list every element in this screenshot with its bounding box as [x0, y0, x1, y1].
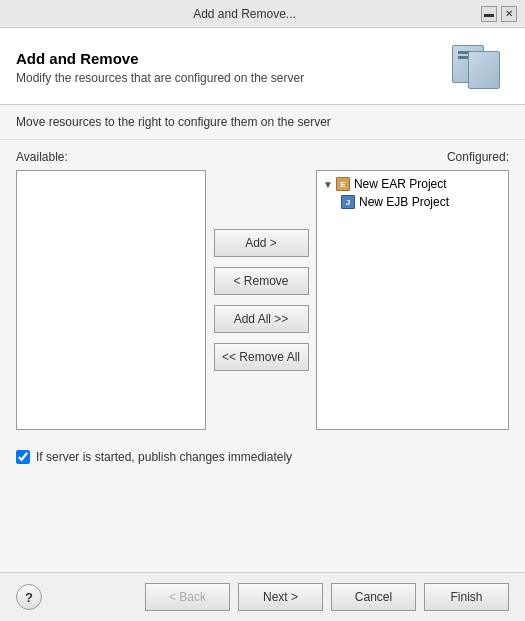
help-button[interactable]: ?	[16, 584, 42, 610]
ear-project-label: New EAR Project	[354, 177, 447, 191]
tree-arrow-ear: ▼	[323, 179, 333, 190]
title-bar: Add and Remove... ▬ ✕	[0, 0, 525, 28]
bottom-buttons: ? < Back Next > Cancel Finish	[0, 572, 525, 621]
title-bar-title: Add and Remove...	[8, 7, 481, 21]
dialog-body: Add and Remove Modify the resources that…	[0, 28, 525, 621]
main-area: Available: Configured: Add > < Remove Ad…	[0, 140, 525, 440]
instruction-text: Move resources to the right to configure…	[16, 115, 331, 129]
remove-button[interactable]: < Remove	[214, 267, 309, 295]
panels-row: Add > < Remove Add All >> << Remove All …	[16, 170, 509, 430]
server-icon	[452, 45, 507, 90]
publish-checkbox-row: If server is started, publish changes im…	[0, 440, 525, 472]
add-button[interactable]: Add >	[214, 229, 309, 257]
ejb-icon: J	[341, 195, 355, 209]
ear-icon: E	[336, 177, 350, 191]
ejb-project-label: New EJB Project	[359, 195, 449, 209]
available-label: Available:	[16, 150, 216, 164]
dialog-title: Add and Remove	[16, 50, 304, 67]
close-button[interactable]: ✕	[501, 6, 517, 22]
publish-checkbox[interactable]	[16, 450, 30, 464]
publish-checkbox-label: If server is started, publish changes im…	[36, 450, 292, 464]
configured-panel: ▼ E New EAR Project J New EJB Project	[316, 170, 509, 430]
add-all-button[interactable]: Add All >>	[214, 305, 309, 333]
finish-button[interactable]: Finish	[424, 583, 509, 611]
tree-item-ear[interactable]: ▼ E New EAR Project	[321, 175, 504, 193]
spacer	[0, 472, 525, 572]
cancel-button[interactable]: Cancel	[331, 583, 416, 611]
tree-item-ejb[interactable]: J New EJB Project	[321, 193, 504, 211]
transfer-buttons: Add > < Remove Add All >> << Remove All	[206, 170, 316, 430]
title-bar-controls: ▬ ✕	[481, 6, 517, 22]
back-button[interactable]: < Back	[145, 583, 230, 611]
dialog-subtitle: Modify the resources that are configured…	[16, 71, 304, 85]
remove-all-button[interactable]: << Remove All	[214, 343, 309, 371]
next-button[interactable]: Next >	[238, 583, 323, 611]
header-section: Add and Remove Modify the resources that…	[0, 28, 525, 105]
server-box-front	[468, 51, 500, 89]
instruction-section: Move resources to the right to configure…	[0, 105, 525, 140]
minimize-button[interactable]: ▬	[481, 6, 497, 22]
header-text: Add and Remove Modify the resources that…	[16, 50, 304, 85]
configured-label: Configured:	[447, 150, 509, 164]
available-panel	[16, 170, 206, 430]
labels-row: Available: Configured:	[16, 150, 509, 164]
server-icon-container	[449, 42, 509, 92]
